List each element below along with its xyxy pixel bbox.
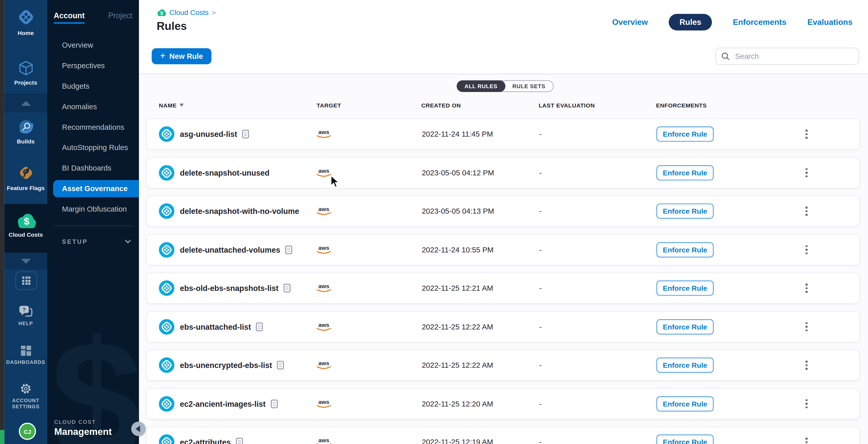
rule-icon — [159, 280, 174, 296]
enforce-rule-button[interactable]: Enforce Rule — [657, 358, 714, 373]
tab-enforcements[interactable]: Enforcements — [733, 18, 786, 27]
enforce-rule-button[interactable]: Enforce Rule — [657, 204, 714, 218]
sidebar-item-label: Home — [18, 29, 34, 37]
row-menu-button[interactable] — [803, 397, 809, 411]
sidebar-item-dashboards[interactable]: DASHBOARDS — [4, 345, 47, 366]
all-modules-button[interactable] — [16, 271, 37, 290]
setup-label: SETUP — [62, 238, 88, 245]
aws-logo-icon: aws — [315, 398, 332, 409]
rule-name[interactable]: delete-snapshot-with-no-volume — [180, 207, 299, 215]
module-footer-title: Management — [54, 426, 112, 437]
toggle-rule-sets[interactable]: RULE SETS — [505, 81, 553, 91]
table-row[interactable]: delete-unattached-volumes aws 2022-11-24… — [146, 234, 860, 265]
table-row[interactable]: ebs-unattached-list aws 2022-11-25 12:22… — [146, 311, 860, 342]
sidebar-item-projects[interactable]: Projects — [4, 60, 47, 86]
tab-account[interactable]: Account — [54, 11, 85, 24]
aws-logo-icon: aws — [315, 129, 332, 139]
tab-evaluations[interactable]: Evaluations — [807, 18, 852, 27]
sidebar-collapse-button[interactable] — [131, 422, 146, 436]
tab-rules[interactable]: Rules — [669, 14, 712, 31]
description-icon[interactable] — [277, 361, 284, 369]
description-icon[interactable] — [242, 130, 249, 139]
sidebar-item-help[interactable]: ? HELP — [4, 305, 47, 327]
table-row[interactable]: delete-snapshot-unused aws 2023-05-05 04… — [146, 157, 860, 188]
grid-icon — [22, 276, 30, 285]
rule-name[interactable]: ebs-unencrypted-ebs-list — [180, 361, 284, 369]
rule-name[interactable]: delete-snapshot-unused — [180, 168, 270, 177]
row-menu-button[interactable] — [803, 358, 809, 372]
submenu-item-recommendations[interactable]: Recommendations — [47, 117, 139, 137]
sidebar-item-builds[interactable]: Builds — [4, 119, 47, 145]
table-row[interactable]: ec2-ancient-images-list aws 2022-11-25 1… — [146, 388, 860, 419]
aws-logo-icon: aws — [315, 244, 332, 255]
submenu-item-autostopping-rules[interactable]: AutoStopping Rules — [47, 137, 139, 158]
table-row[interactable]: ec2-attributes aws 2022-11-25 12:19 AM -… — [146, 426, 860, 444]
row-menu-button[interactable] — [803, 166, 809, 179]
svg-text:$: $ — [24, 215, 29, 227]
column-header-name[interactable]: NAME — [159, 102, 184, 109]
new-rule-button[interactable]: + New Rule — [152, 48, 211, 64]
row-menu-button[interactable] — [803, 320, 809, 333]
sidebar-item-feature-flags[interactable]: Feature Flags — [4, 164, 47, 192]
rule-name[interactable]: ebs-old-ebs-snapshots-list — [180, 284, 291, 292]
enforce-rule-button[interactable]: Enforce Rule — [657, 280, 714, 295]
description-icon[interactable] — [285, 245, 292, 254]
tab-project[interactable]: Project — [108, 11, 132, 24]
enforce-rule-button[interactable]: Enforce Rule — [657, 396, 714, 411]
created-on: 2022-11-25 12:21 AM — [422, 284, 493, 292]
breadcrumb: $ Cloud Costs > — [157, 8, 216, 17]
row-menu-button[interactable] — [803, 243, 809, 257]
rule-name[interactable]: ec2-attributes — [180, 438, 243, 444]
chevron-up-icon — [21, 100, 31, 106]
table-row[interactable]: ebs-unencrypted-ebs-list aws 2022-11-25 … — [146, 350, 860, 381]
rule-name[interactable]: asg-unused-list — [180, 130, 249, 139]
table-row[interactable]: asg-unused-list aws 2022-11-24 11:45 PM … — [146, 119, 860, 150]
submenu-item-asset-governance[interactable]: Asset Governance — [53, 180, 139, 198]
nav-scroll-up[interactable] — [4, 93, 47, 112]
rule-icon — [159, 126, 174, 142]
cloud-costs-submenu: $ Account Project Overview Perspectives … — [47, 0, 139, 444]
sidebar-item-home[interactable]: Home — [4, 8, 47, 37]
aws-logo-icon: aws — [315, 321, 332, 332]
created-on: 2022-11-25 12:19 AM — [422, 438, 493, 444]
window-edge-accent — [0, 430, 4, 444]
sidebar-item-cloud-costs[interactable]: $ Cloud Costs — [4, 213, 47, 238]
enforce-rule-button[interactable]: Enforce Rule — [657, 319, 714, 334]
last-evaluation: - — [539, 169, 541, 177]
submenu-item-overview[interactable]: Overview — [47, 35, 139, 56]
rule-name[interactable]: delete-unattached-volumes — [180, 245, 292, 254]
breadcrumb-cloud-costs-link[interactable]: Cloud Costs — [169, 8, 209, 17]
row-menu-button[interactable] — [803, 204, 809, 218]
tab-overview[interactable]: Overview — [612, 18, 648, 27]
submenu-item-anomalies[interactable]: Anomalies — [47, 96, 139, 117]
enforce-rule-button[interactable]: Enforce Rule — [657, 127, 714, 142]
submenu-item-budgets[interactable]: Budgets — [47, 76, 139, 96]
enforce-rule-button[interactable]: Enforce Rule — [657, 242, 714, 257]
rule-name[interactable]: ebs-unattached-list — [180, 322, 264, 331]
row-menu-button[interactable] — [803, 435, 809, 444]
table-row[interactable]: ebs-old-ebs-snapshots-list aws 2022-11-2… — [146, 273, 860, 304]
enforce-rule-button[interactable]: Enforce Rule — [657, 435, 714, 444]
row-menu-button[interactable] — [803, 281, 809, 295]
search-input[interactable] — [734, 52, 853, 61]
submenu-item-perspectives[interactable]: Perspectives — [47, 56, 139, 76]
description-icon[interactable] — [236, 438, 243, 444]
description-icon[interactable] — [256, 322, 263, 331]
table-row[interactable]: delete-snapshot-with-no-volume aws 2023-… — [146, 196, 860, 227]
description-icon[interactable] — [284, 284, 291, 292]
enforce-rule-button[interactable]: Enforce Rule — [657, 165, 714, 180]
row-menu-button[interactable] — [803, 127, 809, 141]
last-evaluation: - — [539, 361, 541, 369]
user-avatar[interactable]: CJ — [19, 423, 36, 440]
setup-section-toggle[interactable]: SETUP — [47, 233, 139, 250]
sidebar-item-account-settings[interactable]: ACCOUNT SETTINGS — [4, 382, 47, 410]
rule-name[interactable]: ec2-ancient-images-list — [180, 399, 278, 408]
nav-scroll-down[interactable] — [4, 253, 47, 269]
builds-icon — [18, 119, 34, 135]
help-chat-icon: ? — [18, 305, 33, 318]
submenu-item-bi-dashboards[interactable]: BI Dashboards — [47, 158, 139, 178]
submenu-item-margin-obfuscation[interactable]: Margin Obfuscation — [47, 199, 139, 219]
toggle-all-rules[interactable]: ALL RULES — [457, 80, 505, 92]
column-header-enforcements: ENFORCEMENTS — [656, 102, 707, 109]
description-icon[interactable] — [271, 399, 278, 408]
